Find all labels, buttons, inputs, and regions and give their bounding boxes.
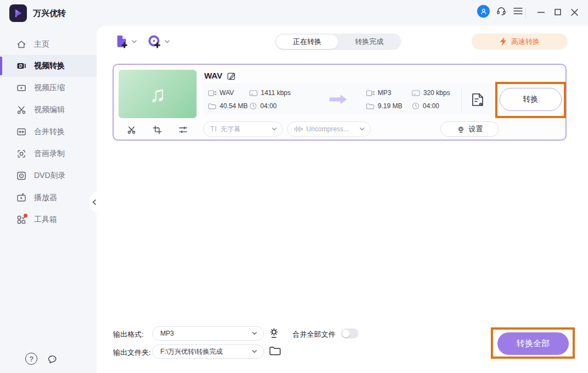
headset-icon[interactable]	[495, 4, 508, 18]
card-divider	[461, 88, 462, 113]
account-icon[interactable]	[477, 5, 490, 18]
clock-icon	[249, 102, 257, 110]
sidebar-item-label: 播放器	[34, 193, 57, 203]
media-info-panel	[203, 83, 495, 115]
output-format-label: 输出格式:	[113, 330, 144, 339]
edit-strip	[119, 121, 197, 139]
source-format: WAV	[220, 89, 234, 97]
lightning-icon	[500, 37, 507, 46]
chevron-down-icon	[132, 40, 137, 43]
sidebar-item-label: 视频编辑	[34, 105, 65, 115]
sidebar-item-label: DVD刻录	[34, 171, 66, 181]
sidebar-item-label: 视频压缩	[34, 83, 65, 93]
media-thumbnail: ♫	[119, 70, 197, 118]
output-format-select[interactable]: MP3	[152, 326, 264, 341]
toolbox-badge	[24, 214, 27, 218]
tab-finished[interactable]: 转换完成	[338, 35, 400, 49]
target-bitrate-row: 320 kbps	[412, 89, 450, 97]
card-settings-button[interactable]: 设置	[440, 121, 499, 137]
merge-all-label: 合并全部文件	[293, 330, 335, 339]
sidebar-item-label: 主页	[34, 40, 49, 49]
sidebar-item-merge-convert[interactable]: 合并转换	[0, 121, 97, 143]
audio-track-dropdown[interactable]: Uncompress...	[287, 121, 371, 137]
app-logo-icon	[9, 4, 27, 22]
chevron-down-icon	[165, 40, 170, 43]
target-format-row: MP3	[366, 89, 391, 97]
help-icon[interactable]: ?	[25, 353, 37, 365]
maximize-icon[interactable]	[551, 5, 564, 19]
high-speed-convert-button[interactable]: 高速转换	[472, 34, 568, 49]
sidebar-item-label: 工具箱	[34, 215, 57, 225]
sidebar-item-video-compress[interactable]: 视频压缩	[0, 77, 97, 99]
dvd-icon	[16, 171, 26, 181]
toggle-knob	[342, 330, 350, 337]
video-format-icon	[366, 90, 374, 97]
minimize-icon[interactable]	[534, 5, 547, 19]
gear-icon	[457, 125, 465, 133]
target-duration: 04:00	[423, 102, 439, 110]
sidebar-item-dvd-burn[interactable]: DVD刻录	[0, 165, 97, 187]
chevron-down-icon	[272, 127, 277, 131]
sidebar-item-record[interactable]: 音画录制	[0, 143, 97, 165]
app-title: 万兴优转	[33, 8, 66, 19]
home-icon	[16, 40, 26, 49]
card-settings-label: 设置	[469, 124, 483, 134]
file-settings-icon[interactable]	[471, 92, 485, 108]
subtitle-dropdown-value: 无字幕	[221, 125, 268, 134]
file-size-icon	[208, 103, 216, 110]
chevron-down-icon	[252, 350, 257, 353]
source-duration: 04:00	[260, 102, 277, 110]
chevron-down-icon	[252, 332, 257, 335]
subtitle-icon: TI	[210, 125, 217, 133]
video-compress-icon	[16, 83, 26, 93]
scissors-icon	[16, 105, 26, 115]
file-title: WAV	[204, 71, 222, 80]
crop-icon[interactable]	[153, 125, 163, 135]
output-folder-label: 输出文件夹:	[113, 348, 151, 358]
target-size-row: 9.19 MB	[366, 102, 402, 110]
convert-arrow-icon	[329, 94, 348, 105]
trim-icon[interactable]	[127, 125, 137, 135]
rename-icon[interactable]	[227, 71, 236, 81]
add-file-button[interactable]	[114, 34, 137, 49]
video-format-icon	[208, 90, 216, 97]
merge-convert-icon	[16, 127, 26, 137]
title-bar: 万兴优转	[0, 0, 588, 26]
add-file-icon	[114, 34, 129, 49]
tab-converting[interactable]: 正在转换	[276, 35, 338, 49]
add-disc-icon	[147, 34, 162, 49]
convert-all-button[interactable]: 转换全部	[497, 332, 569, 355]
close-icon[interactable]	[568, 5, 581, 19]
sidebar-item-label: 音画录制	[34, 149, 65, 159]
output-settings-icon[interactable]	[268, 327, 279, 339]
open-folder-icon[interactable]	[269, 346, 281, 356]
audio-dropdown-value: Uncompress...	[306, 125, 356, 133]
target-size: 9.19 MB	[378, 102, 402, 110]
effects-sliders-icon[interactable]	[178, 125, 188, 135]
sidebar-item-video-edit[interactable]: 视频编辑	[0, 99, 97, 121]
menu-icon[interactable]	[511, 4, 524, 18]
target-format: MP3	[378, 89, 391, 97]
player-icon	[16, 193, 26, 203]
music-note-icon: ♫	[149, 83, 166, 105]
sidebar-item-video-convert[interactable]: 视频转换	[0, 55, 97, 77]
clock-icon	[412, 102, 419, 110]
titlebar-divider	[525, 8, 526, 18]
bitrate-icon	[412, 90, 420, 97]
sidebar-item-player[interactable]: 播放器	[0, 187, 97, 209]
add-disc-button[interactable]	[147, 34, 170, 49]
output-folder-select[interactable]: F:\万兴优转\转换完成	[152, 344, 264, 359]
convert-tabs: 正在转换 转换完成	[275, 34, 401, 50]
convert-button[interactable]: 转换	[500, 88, 562, 111]
merge-all-toggle[interactable]	[341, 329, 359, 338]
bitrate-icon	[249, 90, 257, 97]
sidebar-item-label: 合并转换	[34, 127, 65, 137]
sidebar-item-toolbox[interactable]: 工具箱	[0, 209, 97, 231]
source-duration-row: 04:00	[249, 102, 277, 110]
toolbox-icon	[16, 215, 26, 225]
file-size-icon	[366, 103, 374, 110]
sidebar-item-home[interactable]: 主页	[0, 34, 97, 55]
source-bitrate-row: 1411 kbps	[249, 89, 291, 97]
subtitle-dropdown[interactable]: TI 无字幕	[203, 121, 283, 137]
feedback-icon[interactable]	[47, 353, 59, 365]
